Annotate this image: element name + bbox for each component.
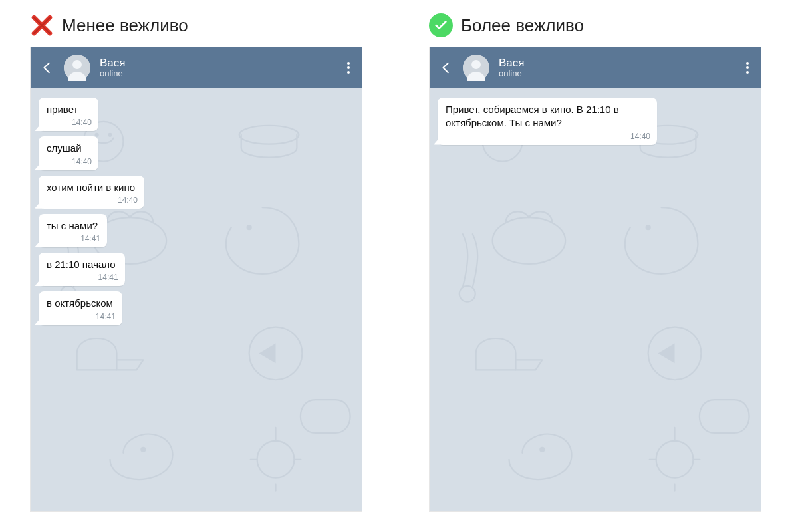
svg-point-2: [347, 62, 350, 65]
column-more-polite: Более вежливо Вася online: [429, 13, 761, 512]
chat-title-block[interactable]: Вася online: [499, 57, 734, 79]
svg-point-29: [460, 286, 475, 302]
message-bubble[interactable]: хотим пойти в кино14:40: [39, 176, 144, 209]
chat-title-block[interactable]: Вася online: [100, 57, 335, 79]
chat-status: online: [100, 69, 335, 79]
message-time: 14:41: [47, 234, 100, 243]
svg-point-4: [347, 71, 350, 74]
chat-status: online: [499, 69, 734, 79]
svg-point-28: [656, 441, 694, 478]
message-time: 14:41: [47, 312, 116, 321]
message-bubble[interactable]: привет14:40: [39, 98, 98, 131]
message-bubble[interactable]: в 21:10 начало14:41: [39, 253, 125, 286]
check-icon: [429, 13, 453, 37]
chat-header: Вася online: [31, 47, 362, 88]
svg-point-24: [493, 217, 566, 264]
message-text: ты с нами?: [47, 219, 100, 233]
message-time: 14:41: [47, 273, 118, 282]
svg-point-19: [746, 71, 749, 74]
svg-point-25: [646, 225, 650, 229]
svg-point-13: [257, 441, 295, 478]
message-text: в октябрьском: [47, 297, 116, 310]
chat-name: Вася: [100, 57, 335, 70]
cross-icon: [30, 13, 54, 37]
message-time: 14:40: [47, 196, 138, 205]
svg-point-1: [72, 60, 82, 69]
chat-window-left: Вася online: [30, 47, 362, 512]
chat-background-doodle: [430, 88, 761, 511]
message-text: хотим пойти в кино: [47, 181, 138, 194]
avatar[interactable]: [463, 55, 489, 81]
chat-header: Вася online: [430, 47, 761, 88]
more-button[interactable]: [344, 59, 352, 76]
avatar[interactable]: [64, 55, 90, 81]
chat-body: Привет, собираемся в кино. В 21:10 в окт…: [430, 88, 761, 511]
message-bubble[interactable]: Привет, собираемся в кино. В 21:10 в окт…: [438, 98, 657, 145]
heading-less-polite: Менее вежливо: [30, 13, 362, 37]
back-button[interactable]: [40, 61, 55, 75]
svg-point-11: [249, 327, 303, 380]
svg-point-26: [648, 327, 702, 380]
back-button[interactable]: [439, 61, 454, 75]
more-button[interactable]: [743, 59, 751, 76]
message-time: 14:40: [47, 118, 92, 127]
message-bubble[interactable]: слушай14:40: [39, 136, 98, 170]
message-bubble[interactable]: в октябрьском14:41: [39, 291, 122, 325]
svg-point-16: [471, 60, 481, 69]
svg-point-17: [746, 62, 749, 65]
column-less-polite: Менее вежливо Вася online: [30, 13, 362, 512]
svg-point-12: [141, 448, 145, 452]
message-text: Привет, собираемся в кино. В 21:10 в окт…: [446, 103, 650, 130]
message-time: 14:40: [47, 157, 92, 166]
heading-label: Менее вежливо: [62, 15, 188, 36]
heading-label: Более вежливо: [461, 15, 584, 36]
chat-window-right: Вася online: [429, 47, 761, 512]
message-text: в 21:10 начало: [47, 258, 118, 271]
message-time: 14:40: [446, 132, 650, 141]
message-bubble[interactable]: ты с нами?14:41: [39, 214, 107, 247]
chat-name: Вася: [499, 57, 734, 70]
svg-point-3: [347, 66, 350, 69]
chat-body: привет14:40слушай14:40хотим пойти в кино…: [31, 88, 362, 511]
message-text: слушай: [47, 142, 92, 155]
svg-point-27: [540, 448, 544, 452]
message-text: привет: [47, 103, 92, 116]
heading-more-polite: Более вежливо: [429, 13, 761, 37]
svg-point-18: [746, 66, 749, 69]
